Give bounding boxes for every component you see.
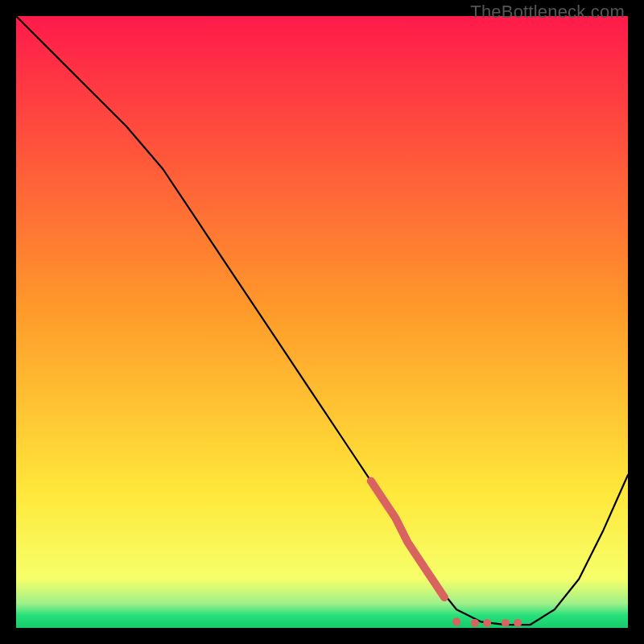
accent-dot	[514, 619, 522, 627]
accent-dot	[483, 619, 491, 627]
chart-frame	[16, 16, 628, 628]
accent-dot	[471, 619, 479, 627]
accent-dot	[452, 617, 460, 625]
chart-svg	[16, 16, 628, 628]
accent-dot	[502, 619, 510, 627]
watermark-text: TheBottleneck.com	[470, 2, 625, 23]
